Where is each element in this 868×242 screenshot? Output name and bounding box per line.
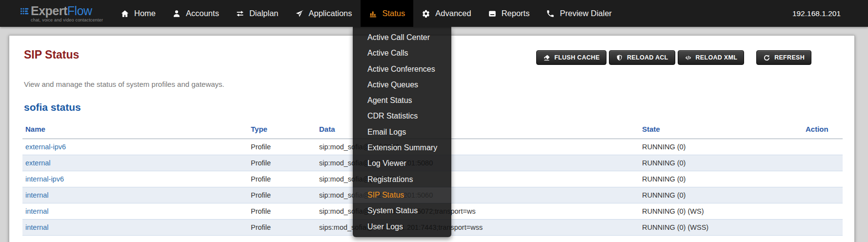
- profile-state: RUNNING (0) (WS): [639, 203, 803, 220]
- profile-action: [803, 139, 843, 155]
- nav-item-preview-dialer[interactable]: Preview Dialer: [538, 0, 620, 27]
- expertflow-logo-icon: [20, 7, 29, 15]
- nav-item-accounts[interactable]: Accounts: [164, 0, 227, 27]
- server-ip: 192.168.1.201: [792, 0, 868, 27]
- profile-name-link[interactable]: external-ipv6: [25, 143, 66, 151]
- nav-item-advanced[interactable]: Advanced: [413, 0, 479, 27]
- profile-name-link[interactable]: internal-ipv6: [25, 175, 64, 183]
- column-header-action: Action: [803, 125, 843, 139]
- dropdown-item-agent-status[interactable]: Agent Status: [353, 93, 451, 108]
- profile-name-link[interactable]: internal: [25, 191, 49, 199]
- nav-item-status[interactable]: Status: [361, 0, 414, 27]
- profile-state: RUNNING (0) (WSS): [639, 220, 803, 236]
- profile-name-link[interactable]: internal: [25, 223, 49, 231]
- dropdown-item-active-calls[interactable]: Active Calls: [353, 45, 451, 61]
- profile-state: RUNNING (0): [639, 139, 803, 155]
- reload-acl-button[interactable]: RELOAD ACL: [609, 50, 675, 65]
- profile-action: [803, 171, 843, 187]
- dropdown-item-registrations[interactable]: Registrations: [353, 172, 451, 187]
- dropdown-item-cdr-statistics[interactable]: CDR Statistics: [353, 108, 451, 124]
- profile-type: Profile: [248, 187, 316, 203]
- nav-item-reports[interactable]: Reports: [480, 0, 538, 27]
- logo-tagline: chat, voice and video contactcenter: [31, 18, 103, 22]
- profile-name-link[interactable]: external: [25, 159, 51, 167]
- flush-cache-button[interactable]: FLUSH CACHE: [536, 50, 606, 65]
- profile-type: Profile: [248, 139, 316, 155]
- dropdown-item-user-logs[interactable]: User Logs: [353, 219, 451, 235]
- bar-chart-icon: [369, 9, 378, 18]
- top-navbar: ExpertFlow chat, voice and video contact…: [0, 0, 868, 27]
- status-dropdown-menu: Active Call Center Active Calls Active C…: [353, 27, 451, 237]
- eraser-icon: [543, 54, 550, 61]
- profile-type: Profile: [248, 220, 316, 236]
- column-header-name: Name: [22, 125, 248, 139]
- profile-type: Profile: [248, 203, 316, 220]
- code-icon: [685, 54, 692, 61]
- dropdown-item-log-viewer[interactable]: Log Viewer: [353, 156, 451, 171]
- dropdown-item-extension-summary[interactable]: Extension Summary: [353, 140, 451, 156]
- profile-action: [803, 203, 843, 220]
- dropdown-item-active-call-center[interactable]: Active Call Center: [353, 30, 451, 45]
- profile-action: [803, 155, 843, 171]
- profile-type: Profile: [248, 155, 316, 171]
- profile-action: [803, 187, 843, 203]
- column-header-type: Type: [248, 125, 316, 139]
- user-icon: [172, 9, 181, 18]
- expertflow-logo[interactable]: ExpertFlow chat, voice and video contact…: [0, 0, 106, 27]
- nav-item-home[interactable]: Home: [112, 0, 164, 27]
- dropdown-item-active-conferences[interactable]: Active Conferences: [353, 61, 451, 77]
- hdd-icon: [488, 9, 497, 18]
- exchange-icon: [236, 9, 244, 18]
- profile-state: RUNNING (0): [639, 187, 803, 203]
- dropdown-item-active-queues[interactable]: Active Queues: [353, 77, 451, 93]
- profile-type: Profile: [248, 171, 316, 187]
- nav-menu: Home Accounts Dialplan Applications Stat…: [112, 0, 620, 27]
- dropdown-item-email-logs[interactable]: Email Logs: [353, 124, 451, 140]
- reload-xml-button[interactable]: RELOAD XML: [678, 50, 745, 65]
- toolbar: FLUSH CACHE RELOAD ACL RELOAD XML REFRES…: [536, 50, 811, 65]
- phone-icon: [546, 9, 555, 18]
- dropdown-item-system-status[interactable]: System Status: [353, 203, 451, 219]
- nav-item-dialplan[interactable]: Dialplan: [227, 0, 287, 27]
- dropdown-item-sip-status[interactable]: SIP Status: [353, 187, 451, 203]
- column-header-state: State: [639, 125, 803, 139]
- shield-icon: [616, 54, 623, 61]
- home-icon: [121, 9, 129, 18]
- profile-name-link[interactable]: internal: [25, 207, 49, 215]
- profile-action: [803, 220, 843, 236]
- paper-plane-icon: [295, 9, 304, 18]
- profile-state: RUNNING (0): [639, 171, 803, 187]
- profile-state: RUNNING (0): [639, 155, 803, 171]
- refresh-button[interactable]: REFRESH: [756, 50, 811, 65]
- logo-text: ExpertFlow: [31, 4, 103, 17]
- nav-item-applications[interactable]: Applications: [287, 0, 361, 27]
- gear-icon: [422, 9, 430, 18]
- refresh-icon: [763, 54, 770, 61]
